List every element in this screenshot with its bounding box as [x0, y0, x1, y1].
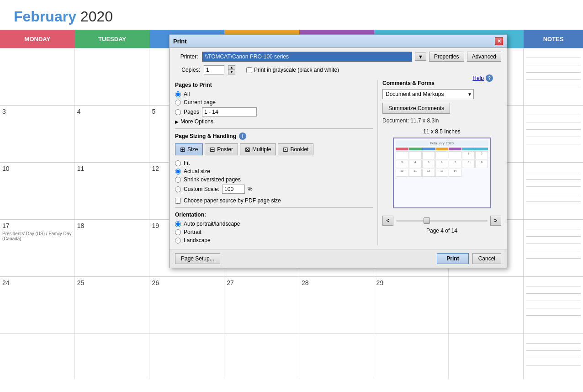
tab-size-label: Size [187, 146, 198, 153]
radio-pages-input[interactable] [175, 109, 181, 115]
pages-range-input[interactable] [202, 107, 257, 117]
dialog-main: Pages to Print All Current page Pages ▶ [170, 80, 507, 245]
poster-tab-icon: ⊟ [210, 146, 215, 153]
cal-cell-r2c1: 3 [0, 106, 75, 162]
radio-current-label: Current page [184, 99, 216, 106]
cal-cell-r6c2 [75, 334, 150, 379]
spinner-down[interactable]: ▼ [228, 70, 235, 74]
radio-custom-input[interactable] [175, 186, 181, 192]
page-setup-button[interactable]: Page Setup... [175, 253, 220, 264]
cal-cell-r6c1 [0, 334, 75, 379]
grayscale-checkbox[interactable] [246, 67, 252, 73]
cal-notes-r6 [524, 334, 583, 379]
copies-spinner: ▲ ▼ [228, 65, 235, 74]
page-nav: < > [382, 216, 501, 226]
radio-all-input[interactable] [175, 91, 181, 97]
cal-cell-r6c6 [374, 334, 449, 379]
radio-custom-scale: Custom Scale: % [175, 185, 373, 194]
tab-size[interactable]: ⊞ Size [175, 143, 203, 155]
radio-fit-label: Fit [184, 160, 190, 166]
pages-section-title: Pages to Print [175, 82, 373, 88]
cal-notes-r4 [524, 220, 583, 276]
header-notes: NOTES [524, 30, 583, 48]
radio-auto-orient-input[interactable] [175, 221, 181, 227]
cal-cell-r2c2: 4 [75, 106, 150, 162]
cal-notes-r5 [524, 277, 583, 334]
grayscale-checkbox-label[interactable]: Print in grayscale (black and white) [246, 67, 339, 73]
cal-cell-r4c2: 18 [75, 220, 150, 276]
header-monday: MONDAY [0, 30, 75, 48]
page-prev-button[interactable]: < [382, 216, 393, 226]
dialog-right-panel: Comments & Forms Document and Markups ▼ … [378, 80, 501, 245]
printer-label: Printer: [175, 53, 198, 60]
cal-cell-r6c3 [149, 334, 224, 379]
comments-select[interactable]: Document and Markups [382, 89, 474, 99]
radio-all: All [175, 91, 373, 97]
radio-fit: Fit [175, 160, 373, 166]
cal-cell-r5c3: 26 [149, 277, 224, 334]
radio-actual-input[interactable] [175, 169, 181, 175]
radio-all-label: All [184, 91, 190, 97]
cal-cell-r5c5: 28 [299, 277, 374, 334]
cal-cell-r3c2: 11 [75, 163, 150, 219]
radio-actual-label: Actual size [184, 168, 210, 175]
tab-booklet[interactable]: ⊡ Booklet [278, 143, 313, 155]
radio-custom-label: Custom Scale: [184, 186, 219, 192]
more-options-label: More Options [180, 118, 213, 125]
paper-source-checkbox[interactable] [175, 198, 181, 204]
help-link[interactable]: Help [472, 75, 484, 81]
radio-shrink-input[interactable] [175, 177, 181, 183]
cal-notes-r1 [524, 48, 583, 105]
cal-cell-r3c1: 10 [0, 163, 75, 219]
scale-input[interactable] [222, 185, 245, 194]
booklet-tab-icon: ⊡ [283, 146, 288, 153]
close-button[interactable]: ✕ [495, 37, 503, 45]
radio-fit-input[interactable] [175, 160, 181, 166]
properties-button[interactable]: Properties [429, 52, 464, 62]
advanced-button[interactable]: Advanced [467, 52, 501, 62]
radio-portrait: Portrait [175, 229, 373, 235]
footer-buttons: Print Cancel [437, 253, 501, 264]
spinner-up[interactable]: ▲ [228, 65, 235, 70]
printer-row: Printer: \\TOMCAT\Canon PRO-100 series ▼… [175, 52, 501, 62]
page-count-text: Page 4 of 14 [382, 228, 501, 234]
dialog-footer: Page Setup... Print Cancel [170, 249, 507, 268]
tab-multiple[interactable]: ⊠ Multiple [240, 143, 276, 155]
tab-poster[interactable]: ⊟ Poster [205, 143, 238, 155]
print-button[interactable]: Print [437, 253, 468, 264]
printer-select[interactable]: \\TOMCAT\Canon PRO-100 series [202, 52, 413, 62]
paper-source-row: Choose paper source by PDF page size [175, 197, 373, 204]
page-nav-area: < > Page 4 of 14 [382, 216, 501, 234]
calendar-month: February [14, 8, 76, 25]
page-next-button[interactable]: > [490, 216, 501, 226]
radio-landscape-input[interactable] [175, 238, 181, 244]
grayscale-label: Print in grayscale (black and white) [254, 67, 339, 73]
page-nav-thumb[interactable] [424, 217, 430, 224]
calendar-row-6 [0, 334, 583, 379]
cal-cell-r5c4: 27 [224, 277, 299, 334]
dialog-left-panel: Pages to Print All Current page Pages ▶ [175, 80, 378, 245]
radio-pages: Pages [175, 107, 373, 117]
paper-source-label: Choose paper source by PDF page size [184, 197, 281, 204]
radio-portrait-input[interactable] [175, 229, 181, 235]
radio-current: Current page [175, 99, 373, 106]
help-icon[interactable]: ? [486, 74, 493, 82]
orientation-title: Orientation: [175, 212, 373, 218]
cal-cell-r1c2 [75, 48, 150, 105]
radio-shrink: Shrink oversized pages [175, 176, 373, 183]
printer-dropdown-arrow[interactable]: ▼ [415, 53, 426, 61]
pages-radio-group: All Current page Pages [175, 91, 373, 117]
calendar-year: 2020 [80, 8, 113, 25]
copies-input[interactable]: 1 [204, 65, 224, 74]
cancel-button[interactable]: Cancel [472, 253, 501, 264]
page-sizing-title: Page Sizing & Handling [175, 133, 236, 139]
more-options[interactable]: ▶ More Options [175, 118, 373, 125]
radio-current-input[interactable] [175, 100, 181, 106]
cal-cell-r6c7 [449, 334, 524, 379]
copies-label: Copies: [175, 67, 200, 73]
page-nav-slider[interactable] [396, 220, 488, 222]
summarize-comments-button[interactable]: Summarize Comments [382, 103, 450, 114]
radio-landscape: Landscape [175, 237, 373, 244]
info-icon[interactable]: i [239, 132, 246, 140]
scale-unit: % [248, 186, 253, 192]
